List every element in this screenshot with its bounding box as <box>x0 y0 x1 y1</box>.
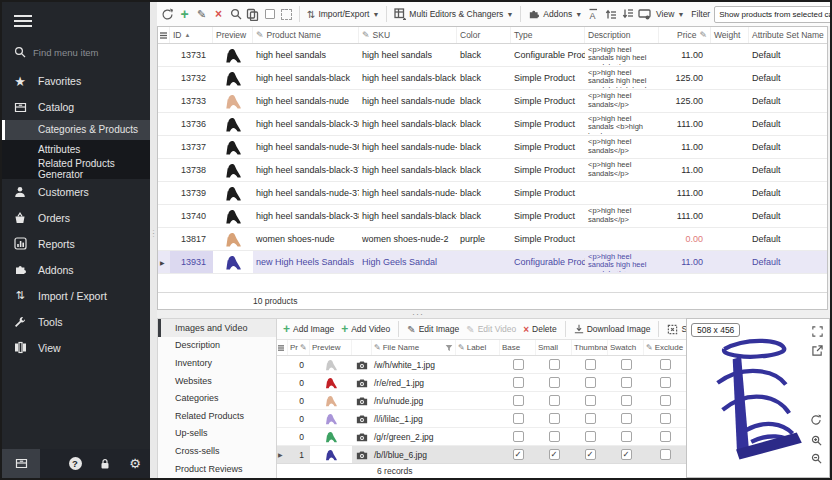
edit-video-button[interactable]: ✎Edit Video <box>464 324 518 335</box>
settings-button[interactable]: ⚙ <box>120 449 150 478</box>
exclude-checkbox[interactable] <box>660 413 671 424</box>
expand-rows-icon[interactable] <box>603 6 618 22</box>
sidebar-item-import-export[interactable]: ⇅ Import / Export <box>2 283 150 309</box>
column-header-small[interactable]: Small <box>536 340 572 355</box>
add-product-icon[interactable]: + <box>177 6 192 22</box>
menu-toggle-button[interactable] <box>2 2 150 38</box>
table-row[interactable]: ▶ 13736 high heel sandals-black-36 high … <box>158 113 827 136</box>
tab-up-sells[interactable]: Up-sells <box>158 425 276 443</box>
tab-product-reviews[interactable]: Product Reviews <box>158 460 276 478</box>
swatch-checkbox[interactable] <box>621 377 632 388</box>
sidebar-item-catalog[interactable]: Catalog <box>2 94 150 120</box>
base-checkbox[interactable] <box>513 395 524 406</box>
base-checkbox[interactable] <box>513 377 524 388</box>
column-header-exclude[interactable]: ✎Exclude <box>644 340 686 355</box>
lock-button[interactable] <box>90 449 120 478</box>
tab-inventory[interactable]: Inventory <box>158 354 276 372</box>
swatch-checkbox[interactable] <box>621 431 632 442</box>
sidebar-item-customers[interactable]: Customers <box>2 179 150 205</box>
sidebar-item-tools[interactable]: Tools <box>2 309 150 335</box>
select-checkbox-icon[interactable] <box>262 6 277 22</box>
swatch-checkbox[interactable] <box>621 413 632 424</box>
category-filter-select[interactable]: Show products from selected categories ▼ <box>714 6 830 23</box>
tab-related-products[interactable]: Related Products <box>158 407 276 425</box>
sidebar-item-reports[interactable]: Reports <box>2 231 150 257</box>
menu-search-input[interactable] <box>33 47 133 58</box>
tab-websites[interactable]: Websites <box>158 372 276 390</box>
exclude-checkbox[interactable] <box>660 431 671 442</box>
table-row[interactable]: ▶ 1 /b/l/blue_6.jpg ✓ ✓ ✓ ✓ <box>277 446 686 463</box>
sidebar-item-related-products-generator[interactable]: Related Products Generator <box>2 159 150 179</box>
sidebar-item-orders[interactable]: Orders <box>2 205 150 231</box>
column-header-description[interactable]: Description <box>585 27 659 43</box>
multi-editors-button[interactable]: Multi Editors & Changers ▼ <box>392 8 515 20</box>
small-checkbox[interactable] <box>549 413 560 424</box>
column-header-attribute-set[interactable]: Attribute Set Name <box>749 27 827 43</box>
panel-splitter-vertical[interactable]: :: <box>150 2 157 478</box>
add-image-button[interactable]: +Add Image <box>281 322 336 336</box>
quick-view-icon[interactable] <box>637 6 652 22</box>
tab-categories[interactable]: Categories <box>158 389 276 407</box>
panel-splitter-horizontal[interactable]: ··· <box>157 310 830 318</box>
exclude-checkbox[interactable] <box>660 449 671 460</box>
thumbnail-checkbox[interactable] <box>585 431 596 442</box>
exclude-checkbox[interactable] <box>660 395 671 406</box>
sidebar-item-favorites[interactable]: ★ Favorites <box>2 68 150 94</box>
delete-image-button[interactable]: ×Delete <box>521 324 558 335</box>
base-checkbox[interactable] <box>513 431 524 442</box>
sidebar-item-addons[interactable]: Addons <box>2 257 150 283</box>
set-resize-rule-button[interactable]: Set Resize Rule <box>665 324 686 335</box>
edit-image-button[interactable]: ✎Edit Image <box>405 324 461 335</box>
table-row[interactable]: ▶ 13738 high heel sandals-black-37 high … <box>158 159 827 182</box>
base-checkbox[interactable]: ✓ <box>513 449 524 460</box>
help-button[interactable]: ? <box>60 449 90 478</box>
small-checkbox[interactable] <box>549 431 560 442</box>
search-products-icon[interactable] <box>228 6 243 22</box>
table-row[interactable]: ▶ 13737 high heel sandals-nude-36 high h… <box>158 136 827 159</box>
table-row[interactable]: ▶ 0 /w/h/white_1.jpg <box>277 356 686 374</box>
open-external-icon[interactable] <box>810 343 824 357</box>
rotate-icon[interactable] <box>809 413 823 427</box>
swatch-checkbox[interactable]: ✓ <box>621 449 632 460</box>
table-row[interactable]: ▶ 0 /l/i/lilac_1.jpg <box>277 410 686 428</box>
table-row[interactable]: ▶ 13931 new High Heels Sandals High Geel… <box>158 251 827 274</box>
thumbnail-checkbox[interactable]: ✓ <box>585 449 596 460</box>
addons-button[interactable]: Addons ▼ <box>526 8 584 20</box>
import-export-button[interactable]: ⇅ Import/Export ▼ <box>305 9 381 20</box>
store-button[interactable] <box>2 449 40 478</box>
refresh-icon[interactable] <box>160 6 175 22</box>
column-header-pr[interactable]: Pr✎ <box>288 340 310 355</box>
table-row[interactable]: ▶ 13733 high heel sandals-nude high heel… <box>158 90 827 113</box>
column-header-file-name[interactable]: ✎File Name <box>372 340 456 355</box>
sidebar-item-attributes[interactable]: Attributes <box>2 140 150 160</box>
exclude-checkbox[interactable] <box>660 377 671 388</box>
column-header-id[interactable]: ID▲ <box>170 27 213 43</box>
text-size-icon[interactable]: A <box>586 6 601 22</box>
small-checkbox[interactable] <box>549 359 560 370</box>
table-row[interactable]: ▶ 0 /g/r/green_2.jpg <box>277 428 686 446</box>
column-header-label[interactable]: ✎Label <box>456 340 500 355</box>
column-header-thumbnail[interactable]: Thumbna <box>572 340 608 355</box>
delete-product-icon[interactable]: × <box>211 6 226 22</box>
sidebar-item-view[interactable]: View <box>2 335 150 361</box>
table-row[interactable]: ▶ 0 /n/u/nude.jpg <box>277 392 686 410</box>
column-header-color[interactable]: Color <box>457 27 511 43</box>
swatch-checkbox[interactable] <box>621 359 632 370</box>
tab-images-and-video[interactable]: Images and Video <box>158 319 276 337</box>
menu-search[interactable] <box>2 38 150 68</box>
table-row[interactable]: ▶ 13740 high heel sandals-black-38 high … <box>158 205 827 228</box>
thumbnail-checkbox[interactable] <box>585 413 596 424</box>
select-all-icon[interactable] <box>277 340 288 355</box>
small-checkbox[interactable]: ✓ <box>549 449 560 460</box>
sidebar-item-categories-products[interactable]: Categories & Products <box>2 120 150 140</box>
thumbnail-checkbox[interactable] <box>585 395 596 406</box>
tab-description[interactable]: Description <box>158 337 276 355</box>
small-checkbox[interactable] <box>549 395 560 406</box>
column-header-media-type[interactable] <box>352 340 372 355</box>
base-checkbox[interactable] <box>513 413 524 424</box>
column-header-preview[interactable]: Preview <box>213 27 253 43</box>
table-row[interactable]: ▶ 13817 women shoes-nude women shoes-nud… <box>158 228 827 251</box>
column-header-sku[interactable]: ✎SKU <box>359 27 457 43</box>
small-checkbox[interactable] <box>549 377 560 388</box>
paste-special-icon[interactable] <box>279 6 294 22</box>
